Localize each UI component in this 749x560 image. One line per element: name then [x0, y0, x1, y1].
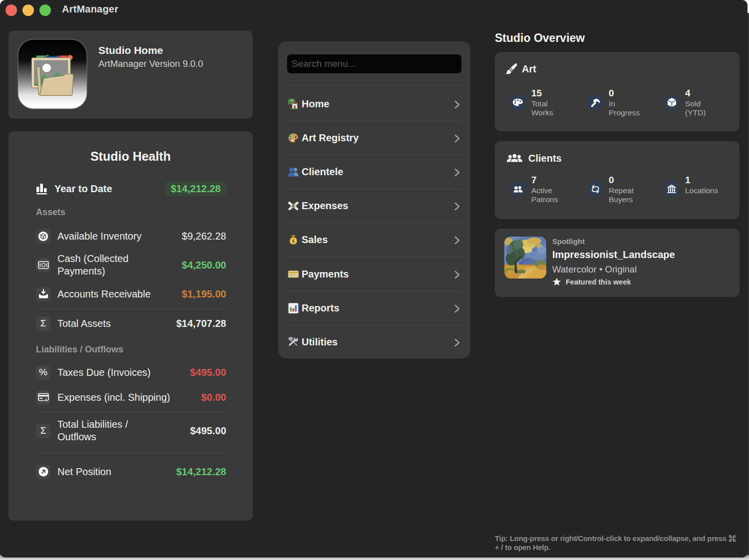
svg-text:$: $	[292, 239, 295, 244]
